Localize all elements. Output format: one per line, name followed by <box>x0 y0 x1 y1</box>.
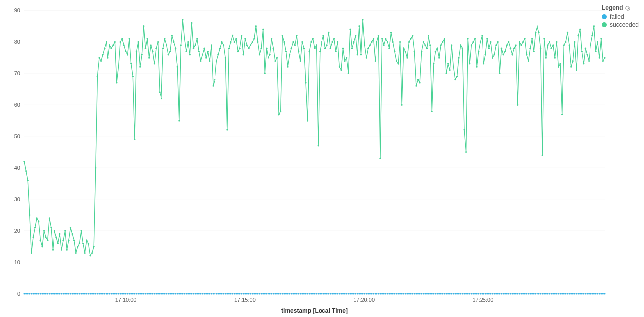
svg-point-559 <box>419 82 421 83</box>
svg-point-174 <box>316 293 317 294</box>
svg-point-48 <box>91 293 93 294</box>
svg-point-582 <box>460 44 461 46</box>
svg-point-297 <box>535 293 536 294</box>
svg-point-639 <box>561 114 563 115</box>
svg-point-502 <box>318 145 319 146</box>
svg-point-600 <box>492 57 493 59</box>
y-tick: 10 <box>14 259 20 265</box>
svg-point-538 <box>381 38 383 40</box>
legend-item-succeeded[interactable]: succeeded <box>602 21 639 28</box>
svg-point-345 <box>38 220 39 222</box>
svg-point-98 <box>180 293 182 294</box>
svg-point-454 <box>232 35 233 36</box>
svg-point-399 <box>134 139 135 140</box>
svg-point-127 <box>232 293 233 294</box>
svg-point-84 <box>155 293 157 294</box>
svg-point-237 <box>428 293 429 294</box>
svg-point-36 <box>70 293 71 294</box>
svg-point-251 <box>453 293 454 294</box>
svg-point-258 <box>465 293 467 294</box>
svg-point-269 <box>485 293 486 294</box>
svg-point-310 <box>558 293 559 294</box>
svg-point-192 <box>348 293 349 294</box>
svg-point-342 <box>32 236 34 238</box>
svg-point-151 <box>274 293 276 294</box>
svg-point-46 <box>88 293 89 294</box>
svg-point-339 <box>27 180 29 181</box>
svg-point-377 <box>95 167 96 169</box>
svg-point-137 <box>250 293 251 294</box>
svg-point-74 <box>137 293 139 294</box>
svg-point-330 <box>593 293 595 294</box>
svg-point-602 <box>495 44 497 46</box>
svg-point-209 <box>378 293 379 294</box>
svg-point-336 <box>604 293 605 294</box>
svg-point-140 <box>255 293 257 294</box>
svg-point-101 <box>186 293 187 294</box>
svg-point-620 <box>528 60 529 62</box>
legend-collapse-icon[interactable] <box>625 5 630 10</box>
svg-point-226 <box>408 293 410 294</box>
svg-point-596 <box>485 54 486 55</box>
svg-point-187 <box>339 293 340 294</box>
svg-point-395 <box>127 54 128 55</box>
svg-point-479 <box>276 57 278 59</box>
svg-point-102 <box>187 293 189 294</box>
svg-point-595 <box>483 63 484 64</box>
legend-label-succeeded: succeeded <box>610 21 639 28</box>
svg-point-622 <box>531 38 533 40</box>
svg-point-125 <box>228 293 230 294</box>
svg-point-449 <box>223 44 224 46</box>
svg-point-273 <box>492 293 493 294</box>
svg-point-452 <box>228 48 230 49</box>
svg-point-178 <box>322 293 324 294</box>
svg-point-613 <box>515 44 517 46</box>
svg-point-415 <box>162 48 164 49</box>
svg-point-155 <box>282 293 283 294</box>
legend-item-failed[interactable]: failed <box>602 13 639 20</box>
svg-point-651 <box>583 63 584 64</box>
svg-point-352 <box>50 227 52 228</box>
svg-point-47 <box>89 293 91 294</box>
svg-point-194 <box>351 293 353 294</box>
svg-point-94 <box>173 293 174 294</box>
svg-point-445 <box>216 60 217 62</box>
svg-point-473 <box>266 48 267 49</box>
svg-point-282 <box>508 293 509 294</box>
svg-point-291 <box>524 293 526 294</box>
svg-point-648 <box>577 35 579 36</box>
svg-point-59 <box>111 293 112 294</box>
svg-point-616 <box>520 44 522 46</box>
svg-point-281 <box>506 293 508 294</box>
legend-title: Legend <box>602 4 639 11</box>
chart-plot: 0102030405060708090 17:10:0017:15:0017:2… <box>0 0 610 317</box>
svg-point-659 <box>597 41 598 43</box>
legend-label-failed: failed <box>610 13 624 20</box>
svg-point-393 <box>123 44 125 46</box>
svg-point-54 <box>102 293 104 294</box>
svg-point-171 <box>310 293 312 294</box>
svg-point-126 <box>230 293 231 294</box>
svg-point-512 <box>335 51 337 52</box>
svg-point-288 <box>519 293 520 294</box>
svg-point-547 <box>397 63 399 64</box>
svg-point-451 <box>226 129 228 130</box>
svg-point-247 <box>445 293 447 294</box>
svg-point-465 <box>252 41 253 43</box>
svg-point-472 <box>264 72 266 74</box>
svg-point-635 <box>554 57 556 59</box>
legend-title-text: Legend <box>602 4 623 11</box>
svg-point-403 <box>141 54 143 55</box>
svg-point-230 <box>415 293 417 294</box>
svg-point-413 <box>159 91 161 93</box>
svg-point-68 <box>127 293 128 294</box>
svg-point-29 <box>57 293 59 294</box>
svg-point-184 <box>333 293 335 294</box>
svg-point-375 <box>91 252 93 254</box>
svg-point-475 <box>269 54 271 55</box>
svg-point-441 <box>209 60 210 62</box>
svg-point-246 <box>444 293 445 294</box>
svg-point-536 <box>378 35 379 36</box>
svg-point-630 <box>545 57 547 59</box>
svg-point-621 <box>529 48 531 49</box>
